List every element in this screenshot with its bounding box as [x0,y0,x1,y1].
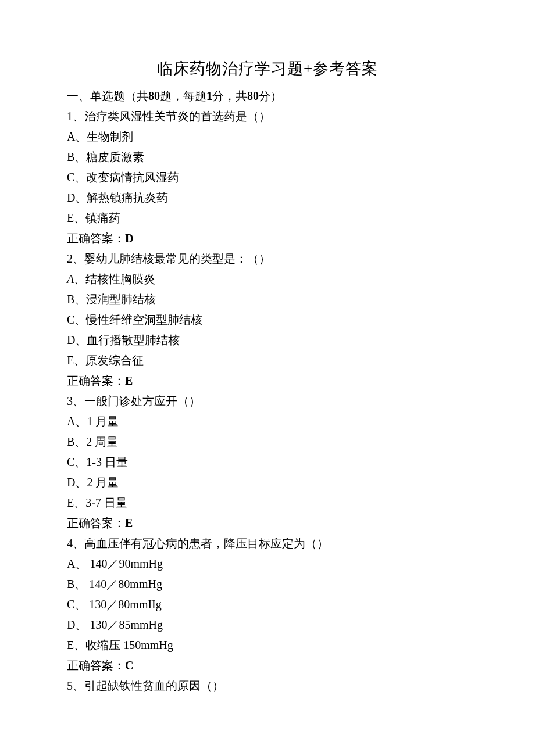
question-text: 、一般门诊处方应开（） [73,395,201,407]
option-line: D、血行播散型肺结核 [67,331,468,349]
option-letter: D [67,618,75,631]
option-text: 、 130／80mmIIg [74,598,161,611]
option-text: 、2 周量 [74,435,118,448]
section-count: 80 [148,89,160,102]
option-text: 、1 月量 [75,415,119,428]
answer-line: 正确答案：E [67,372,468,390]
option-line: E、收缩压 150mmHg [67,636,468,654]
option-line: B、 140／80mmHg [67,575,468,593]
option-letter: B [67,293,74,306]
question-number: 4 [67,537,73,550]
option-letter: E [67,639,74,651]
answer-value: E [125,374,133,387]
question-text: 、引起缺铁性贫血的原因（） [73,679,224,692]
option-text: 、生物制剂 [75,130,133,143]
option-line: C、 130／80mmIIg [67,596,468,614]
answer-value: E [125,517,133,529]
option-text: 、糖皮质激素 [74,151,144,163]
option-letter: E [67,496,74,509]
option-text: 、1-3 日量 [74,456,128,468]
option-letter: D [67,334,75,346]
option-letter: C [67,313,74,326]
option-line: D、 130／85mmHg [67,616,468,634]
question-number: 3 [67,395,73,407]
question-number: 5 [67,679,73,692]
section-header: 一、单选题（共80题，每题1分，共80分） [67,87,468,105]
question-stem: 5、引起缺铁性贫血的原因（） [67,677,468,695]
option-text: 、浸润型肺结核 [74,293,156,306]
option-letter: E [67,354,74,367]
option-text: 、 130／85mmHg [75,618,163,631]
answer-label: 正确答案： [67,659,125,672]
option-letter: B [67,578,74,590]
option-letter: A [67,130,75,143]
question-number: 2 [67,252,73,265]
option-text: 、原发综合征 [74,354,144,367]
answer-line: 正确答案：E [67,514,468,532]
option-line: D、2 月量 [67,474,468,492]
option-line: A、1 月量 [67,413,468,431]
section-mid1: 题，每题 [160,89,206,102]
option-letter: B [67,435,74,448]
option-text: 、结核性胸膜炎 [74,273,155,285]
option-line: A、生物制剂 [67,128,468,146]
option-line: A、结核性胸膜炎 [67,270,468,288]
section-mid2: 分，共 [212,89,247,102]
option-line: B、2 周量 [67,433,468,451]
option-line: C、改变病情抗风湿药 [67,169,468,187]
question-stem: 4、高血压伴有冠心病的患者，降压目标应定为（） [67,535,468,553]
option-text: 、镇痛药 [74,212,120,224]
option-line: D、解热镇痛抗炎药 [67,189,468,207]
option-line: A、 140／90mmHg [67,555,468,573]
option-text: 、3-7 日量 [74,496,127,509]
option-letter: C [67,171,74,184]
answer-label: 正确答案： [67,517,125,529]
option-letter: E [67,212,74,224]
option-text: 、 140／90mmHg [75,557,163,570]
option-letter: B [67,151,74,163]
option-line: B、糖皮质激素 [67,148,468,166]
option-line: B、浸润型肺结核 [67,291,468,309]
option-letter: D [67,191,75,204]
answer-label: 正确答案： [67,232,125,245]
section-prefix: 一、单选题（共 [67,89,148,102]
option-text: 、慢性纤维空洞型肺结核 [74,313,202,326]
option-letter: A [67,557,75,570]
option-text: 、 140／80mmHg [74,578,162,590]
option-line: C、慢性纤维空洞型肺结核 [67,311,468,329]
option-letter: C [67,456,74,468]
answer-label: 正确答案： [67,374,125,387]
option-line: E、镇痛药 [67,209,468,227]
question-text: 、婴幼儿肺结核最常见的类型是：（） [73,252,270,265]
option-line: C、1-3 日量 [67,453,468,471]
section-total: 80 [247,89,259,102]
option-text: 、解热镇痛抗炎药 [75,191,168,204]
answer-value: D [125,232,133,245]
question-text: 、高血压伴有冠心病的患者，降压目标应定为（） [73,537,329,550]
section-suffix: 分） [259,89,282,102]
option-text: 、改变病情抗风湿药 [74,171,179,184]
question-stem: 3、一般门诊处方应开（） [67,392,468,410]
answer-line: 正确答案：D [67,230,468,248]
option-text: 、血行播散型肺结核 [75,334,180,346]
document-page: 临床药物治疗学习题+参考答案 一、单选题（共80题，每题1分，共80分） 1、治… [0,0,535,695]
option-line: E、原发综合征 [67,352,468,370]
question-list: 1、治疗类风湿性关节炎的首选药是（）A、生物制剂B、糖皮质激素C、改变病情抗风湿… [67,108,468,695]
option-text: 、2 月量 [75,476,119,489]
question-text: 、治疗类风湿性关节炎的首选药是（） [73,110,270,123]
option-line: E、3-7 日量 [67,494,468,512]
option-letter: A [67,415,75,428]
option-text: 、收缩压 150mmHg [74,639,173,651]
option-letter: C [67,598,74,611]
answer-line: 正确答案：C [67,657,468,675]
question-number: 1 [67,110,73,123]
question-stem: 1、治疗类风湿性关节炎的首选药是（） [67,108,468,126]
option-letter: D [67,476,75,489]
section-per: 1 [206,89,212,102]
answer-value: C [125,659,133,672]
question-stem: 2、婴幼儿肺结核最常见的类型是：（） [67,250,468,268]
option-letter: A [67,273,74,285]
page-title: 临床药物治疗学习题+参考答案 [67,58,468,79]
